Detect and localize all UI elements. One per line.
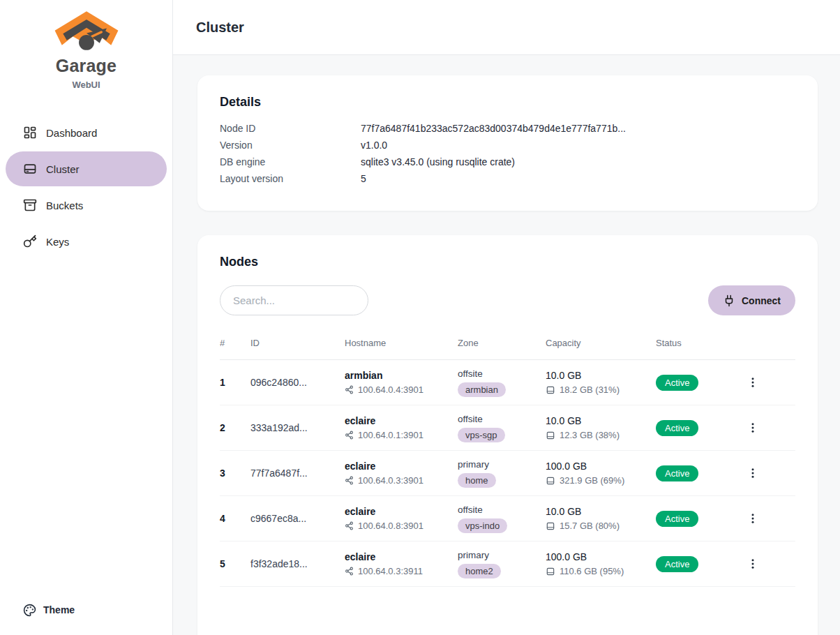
node-zone-tag-badge: home bbox=[458, 473, 496, 488]
node-hostname: eclaire bbox=[345, 551, 458, 562]
node-actions-cell bbox=[740, 417, 795, 438]
hard-drive-icon bbox=[23, 162, 37, 176]
app-title: Garage bbox=[0, 56, 172, 76]
sidebar-item-keys[interactable]: Keys bbox=[6, 224, 167, 259]
node-capacity-cell: 10.0 GB 15.7 GB (80%) bbox=[546, 506, 656, 531]
kebab-icon bbox=[747, 467, 759, 479]
node-index: 1 bbox=[220, 377, 250, 388]
key-icon bbox=[23, 234, 37, 248]
node-address: 100.64.0.4:3901 bbox=[358, 384, 423, 395]
node-capacity: 10.0 GB bbox=[546, 370, 656, 381]
status-badge: Active bbox=[656, 465, 698, 481]
node-hostname: armbian bbox=[345, 370, 458, 381]
node-zone-cell: primary home bbox=[458, 459, 546, 488]
detail-value: v1.0.0 bbox=[361, 140, 387, 151]
nodes-title: Nodes bbox=[220, 255, 795, 269]
sidebar-item-buckets[interactable]: Buckets bbox=[6, 188, 167, 223]
detail-row-db-engine: DB engine sqlite3 v3.45.0 (using rusqlit… bbox=[220, 156, 795, 167]
page-title: Cluster bbox=[196, 20, 244, 36]
drive-icon bbox=[546, 567, 555, 576]
node-capacity: 100.0 GB bbox=[546, 461, 656, 472]
row-menu-button[interactable] bbox=[742, 463, 763, 484]
node-actions-cell bbox=[740, 508, 795, 529]
node-usage: 18.2 GB (31%) bbox=[560, 384, 620, 395]
node-usage: 321.9 GB (69%) bbox=[560, 475, 624, 486]
node-zone: offsite bbox=[458, 505, 546, 515]
sidebar: Garage WebUI Dashboard Cluster Buckets bbox=[0, 0, 173, 635]
detail-label: DB engine bbox=[220, 156, 361, 167]
node-status-cell: Active bbox=[656, 465, 740, 481]
node-actions-cell bbox=[740, 553, 795, 574]
share-icon bbox=[345, 476, 354, 485]
nodes-table-header: # ID Hostname Zone Capacity Status bbox=[220, 334, 795, 360]
kebab-icon bbox=[747, 558, 759, 570]
sidebar-item-cluster[interactable]: Cluster bbox=[6, 151, 167, 186]
node-index: 5 bbox=[220, 558, 250, 569]
node-hostname-cell: eclaire 100.64.0.3:3901 bbox=[345, 461, 458, 486]
status-badge: Active bbox=[656, 556, 698, 572]
node-actions-cell bbox=[740, 372, 795, 393]
row-menu-button[interactable] bbox=[742, 508, 763, 529]
detail-label: Node ID bbox=[220, 123, 361, 134]
node-id: 333a192ad... bbox=[250, 422, 345, 433]
node-hostname: eclaire bbox=[345, 415, 458, 426]
detail-value: 77f7a6487f41b233ac572ac83d00374b479d4e1e… bbox=[361, 123, 626, 134]
node-zone-cell: offsite vps-sgp bbox=[458, 414, 546, 442]
search-input[interactable] bbox=[220, 285, 368, 315]
col-header-capacity: Capacity bbox=[546, 338, 656, 348]
kebab-icon bbox=[747, 421, 759, 434]
node-zone: offsite bbox=[458, 368, 546, 379]
connect-button-label: Connect bbox=[742, 295, 781, 306]
content: Details Node ID 77f7a6487f41b233ac572ac8… bbox=[173, 55, 840, 635]
detail-row-layout-version: Layout version 5 bbox=[220, 173, 795, 184]
col-header-index: # bbox=[220, 338, 250, 348]
sidebar-item-label: Cluster bbox=[46, 163, 80, 175]
sidebar-item-label: Keys bbox=[46, 236, 69, 248]
node-address: 100.64.0.3:3911 bbox=[358, 566, 423, 576]
row-menu-button[interactable] bbox=[742, 372, 763, 393]
drive-icon bbox=[546, 476, 555, 486]
details-card: Details Node ID 77f7a6487f41b233ac572ac8… bbox=[197, 75, 818, 211]
node-capacity: 100.0 GB bbox=[546, 551, 656, 562]
node-zone: primary bbox=[458, 550, 546, 560]
node-capacity: 10.0 GB bbox=[546, 415, 656, 426]
status-badge: Active bbox=[656, 375, 698, 391]
node-status-cell: Active bbox=[656, 420, 740, 436]
table-row: 4 c9667ec8a... eclaire 100.64.0.8:3901 bbox=[220, 496, 795, 541]
detail-value: 5 bbox=[361, 173, 366, 184]
row-menu-button[interactable] bbox=[742, 417, 763, 438]
node-id: c9667ec8a... bbox=[250, 513, 345, 524]
theme-button[interactable]: Theme bbox=[6, 595, 167, 625]
node-usage: 12.3 GB (38%) bbox=[560, 430, 620, 440]
detail-label: Layout version bbox=[220, 173, 361, 184]
detail-row-version: Version v1.0.0 bbox=[220, 140, 795, 151]
dashboard-icon bbox=[23, 126, 37, 140]
row-menu-button[interactable] bbox=[742, 553, 763, 574]
node-capacity-cell: 10.0 GB 18.2 GB (31%) bbox=[546, 370, 656, 395]
node-zone-tag-badge: home2 bbox=[458, 564, 501, 578]
node-hostname-cell: armbian 100.64.0.4:3901 bbox=[345, 370, 458, 395]
node-zone-cell: offsite armbian bbox=[458, 368, 546, 397]
detail-value: sqlite3 v3.45.0 (using rusqlite crate) bbox=[361, 156, 515, 167]
node-address: 100.64.0.8:3901 bbox=[358, 521, 423, 531]
node-index: 3 bbox=[220, 468, 250, 479]
node-hostname-cell: eclaire 100.64.0.3:3911 bbox=[345, 551, 458, 576]
drive-icon bbox=[546, 385, 555, 395]
table-row: 2 333a192ad... eclaire 100.64.0.1:3901 bbox=[220, 405, 795, 451]
col-header-id: ID bbox=[250, 338, 345, 348]
nodes-table: # ID Hostname Zone Capacity Status 1 096… bbox=[220, 334, 795, 587]
main-area: Cluster Details Node ID 77f7a6487f41b233… bbox=[173, 0, 840, 635]
col-header-hostname: Hostname bbox=[345, 338, 458, 348]
node-capacity-cell: 100.0 GB 321.9 GB (69%) bbox=[546, 461, 656, 486]
node-hostname-cell: eclaire 100.64.0.1:3901 bbox=[345, 415, 458, 440]
node-zone-tag-badge: vps-sgp bbox=[458, 428, 505, 442]
node-index: 4 bbox=[220, 513, 250, 524]
node-zone-cell: offsite vps-indo bbox=[458, 505, 546, 533]
table-row: 3 77f7a6487f... eclaire 100.64.0.3:3901 bbox=[220, 451, 795, 496]
connect-button[interactable]: Connect bbox=[708, 285, 795, 315]
detail-row-node-id: Node ID 77f7a6487f41b233ac572ac83d00374b… bbox=[220, 123, 795, 134]
palette-icon bbox=[23, 604, 36, 617]
node-actions-cell bbox=[740, 463, 795, 484]
nodes-toolbar: Connect bbox=[220, 285, 795, 315]
sidebar-item-dashboard[interactable]: Dashboard bbox=[6, 115, 167, 150]
